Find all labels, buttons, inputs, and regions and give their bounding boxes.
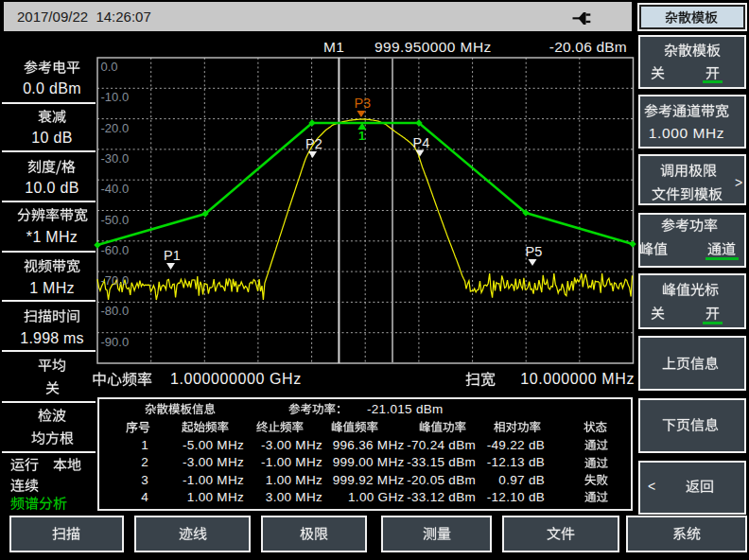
svg-text:1: 1 [358,129,365,143]
svg-text:P1: P1 [164,248,181,263]
svg-text:P2: P2 [305,136,322,151]
svg-text:P3: P3 [354,96,371,111]
svg-text:P4: P4 [413,135,430,150]
svg-text:P5: P5 [526,244,543,259]
